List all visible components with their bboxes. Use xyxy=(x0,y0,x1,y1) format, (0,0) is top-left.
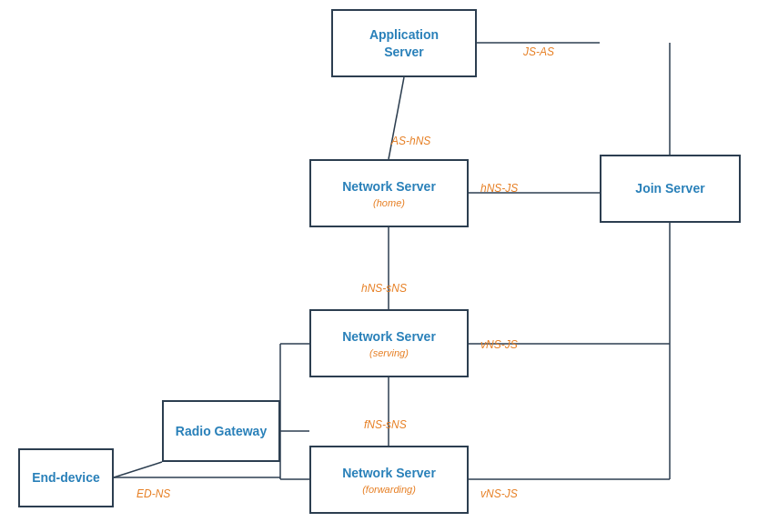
app-server-box: Application Server xyxy=(331,9,477,77)
join-server-box: Join Server xyxy=(600,155,741,223)
end-device-title: End-device xyxy=(32,469,100,486)
label-fns-sns: fNS-sNS xyxy=(364,418,407,431)
app-server-title: Application xyxy=(369,26,439,43)
ns-serving-subtitle: (serving) xyxy=(369,347,409,358)
label-hns-sns: hNS-sNS xyxy=(361,282,407,295)
label-hns-js: hNS-JS xyxy=(480,182,518,195)
network-server-serving-box: Network Server (serving) xyxy=(309,309,469,377)
svg-line-15 xyxy=(114,462,162,477)
ns-serving-title: Network Server xyxy=(342,328,436,345)
radio-gateway-box: Radio Gateway xyxy=(162,400,280,462)
end-device-box: End-device xyxy=(18,448,114,507)
label-vns-js-serving: vNS-JS xyxy=(480,338,518,351)
ns-home-subtitle: (home) xyxy=(373,197,405,208)
label-as-hns: AS-hNS xyxy=(391,135,430,147)
label-ed-ns: ED-NS xyxy=(136,487,170,500)
ns-forwarding-title: Network Server xyxy=(342,465,436,481)
network-server-home-box: Network Server (home) xyxy=(309,159,469,227)
join-server-title: Join Server xyxy=(635,180,704,196)
ns-home-title: Network Server xyxy=(342,178,436,195)
network-server-forwarding-box: Network Server (forwarding) xyxy=(309,446,469,514)
label-js-as: JS-AS xyxy=(523,45,554,58)
ns-forwarding-subtitle: (forwarding) xyxy=(362,484,416,495)
label-vns-js-forwarding: vNS-JS xyxy=(480,487,518,500)
diagram: Application Server Network Server (home)… xyxy=(0,0,758,532)
radio-gateway-title: Radio Gateway xyxy=(176,423,267,439)
app-server-title2: Server xyxy=(384,44,424,60)
